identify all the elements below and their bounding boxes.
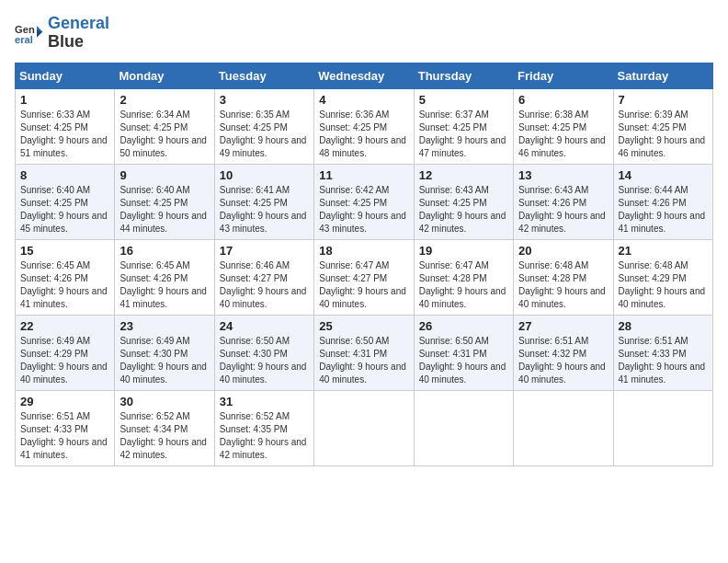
cell-sunrise: Sunrise: 6:45 AM (20, 260, 90, 270)
cell-sunrise: Sunrise: 6:47 AM (419, 260, 489, 270)
cell-daylight: Daylight: 9 hours and 46 minutes. (518, 135, 606, 158)
calendar-cell: 26 Sunrise: 6:50 AM Sunset: 4:31 PM Dayl… (414, 315, 513, 390)
calendar-cell (414, 390, 513, 465)
calendar-cell: 21 Sunrise: 6:48 AM Sunset: 4:29 PM Dayl… (613, 239, 712, 315)
cell-daylight: Daylight: 9 hours and 40 minutes. (220, 362, 307, 385)
cell-daylight: Daylight: 9 hours and 51 minutes. (20, 135, 108, 158)
calendar-cell: 10 Sunrise: 6:41 AM Sunset: 4:25 PM Dayl… (214, 164, 313, 239)
day-number: 6 (518, 93, 608, 107)
calendar-cell: 9 Sunrise: 6:40 AM Sunset: 4:25 PM Dayli… (115, 164, 214, 239)
cell-sunset: Sunset: 4:26 PM (119, 273, 188, 283)
day-number: 24 (220, 319, 309, 333)
calendar-cell: 13 Sunrise: 6:43 AM Sunset: 4:26 PM Dayl… (514, 164, 613, 239)
cell-daylight: Daylight: 9 hours and 41 minutes. (619, 211, 706, 234)
calendar-cell: 31 Sunrise: 6:52 AM Sunset: 4:35 PM Dayl… (214, 390, 313, 465)
cell-sunset: Sunset: 4:26 PM (619, 198, 687, 208)
calendar-week-row: 1 Sunrise: 6:33 AM Sunset: 4:25 PM Dayli… (16, 88, 713, 164)
calendar-body: 1 Sunrise: 6:33 AM Sunset: 4:25 PM Dayli… (16, 88, 713, 465)
cell-sunset: Sunset: 4:34 PM (119, 424, 188, 434)
calendar-cell: 27 Sunrise: 6:51 AM Sunset: 4:32 PM Dayl… (514, 315, 613, 390)
weekday-header-sunday: Sunday (16, 63, 115, 88)
calendar-cell: 16 Sunrise: 6:45 AM Sunset: 4:26 PM Dayl… (115, 239, 214, 315)
cell-daylight: Daylight: 9 hours and 43 minutes. (220, 211, 307, 234)
day-number: 28 (619, 319, 708, 333)
calendar-header-row: SundayMondayTuesdayWednesdayThursdayFrid… (16, 63, 713, 88)
cell-sunset: Sunset: 4:30 PM (119, 349, 188, 359)
calendar-cell: 19 Sunrise: 6:47 AM Sunset: 4:28 PM Dayl… (414, 239, 513, 315)
cell-sunrise: Sunrise: 6:46 AM (220, 260, 290, 270)
day-number: 5 (419, 93, 508, 107)
cell-sunrise: Sunrise: 6:50 AM (419, 336, 489, 346)
cell-sunrise: Sunrise: 6:51 AM (20, 411, 90, 421)
day-number: 21 (619, 244, 708, 258)
day-number: 30 (119, 395, 209, 408)
cell-sunrise: Sunrise: 6:44 AM (619, 185, 688, 195)
cell-daylight: Daylight: 9 hours and 41 minutes. (619, 362, 706, 385)
weekday-header-wednesday: Wednesday (314, 63, 414, 88)
day-number: 29 (20, 395, 109, 408)
cell-sunrise: Sunrise: 6:48 AM (619, 260, 688, 270)
cell-sunset: Sunset: 4:31 PM (419, 349, 487, 359)
cell-daylight: Daylight: 9 hours and 40 minutes. (119, 362, 207, 385)
cell-sunset: Sunset: 4:31 PM (319, 349, 387, 359)
day-number: 12 (419, 168, 508, 182)
cell-sunset: Sunset: 4:33 PM (20, 424, 88, 434)
calendar-cell: 2 Sunrise: 6:34 AM Sunset: 4:25 PM Dayli… (115, 88, 214, 164)
cell-sunrise: Sunrise: 6:39 AM (619, 109, 688, 120)
day-number: 23 (119, 319, 209, 333)
cell-sunrise: Sunrise: 6:37 AM (419, 109, 489, 120)
weekday-header-tuesday: Tuesday (214, 63, 313, 88)
cell-sunset: Sunset: 4:25 PM (419, 122, 487, 132)
cell-sunrise: Sunrise: 6:41 AM (220, 185, 290, 195)
cell-daylight: Daylight: 9 hours and 41 minutes. (20, 286, 108, 309)
cell-sunset: Sunset: 4:25 PM (518, 122, 586, 132)
cell-sunset: Sunset: 4:25 PM (319, 198, 387, 208)
calendar-cell: 28 Sunrise: 6:51 AM Sunset: 4:33 PM Dayl… (613, 315, 712, 390)
day-number: 15 (20, 244, 109, 258)
cell-sunset: Sunset: 4:27 PM (220, 273, 288, 283)
day-number: 26 (419, 319, 508, 333)
day-number: 25 (319, 319, 408, 333)
calendar-cell: 29 Sunrise: 6:51 AM Sunset: 4:33 PM Dayl… (16, 390, 115, 465)
cell-sunrise: Sunrise: 6:43 AM (518, 185, 588, 195)
cell-sunrise: Sunrise: 6:52 AM (119, 411, 189, 421)
cell-daylight: Daylight: 9 hours and 40 minutes. (619, 286, 706, 309)
cell-sunset: Sunset: 4:35 PM (220, 424, 288, 434)
cell-daylight: Daylight: 9 hours and 46 minutes. (619, 135, 706, 158)
cell-daylight: Daylight: 9 hours and 41 minutes. (20, 437, 108, 460)
cell-sunset: Sunset: 4:29 PM (619, 273, 687, 283)
cell-daylight: Daylight: 9 hours and 49 minutes. (220, 135, 307, 158)
cell-sunrise: Sunrise: 6:48 AM (518, 260, 588, 270)
cell-daylight: Daylight: 9 hours and 40 minutes. (20, 362, 108, 385)
cell-sunrise: Sunrise: 6:51 AM (518, 336, 588, 346)
cell-sunset: Sunset: 4:26 PM (518, 198, 586, 208)
cell-daylight: Daylight: 9 hours and 50 minutes. (119, 135, 207, 158)
day-number: 2 (119, 93, 209, 107)
cell-sunset: Sunset: 4:33 PM (619, 349, 687, 359)
cell-sunset: Sunset: 4:25 PM (220, 122, 288, 132)
cell-daylight: Daylight: 9 hours and 45 minutes. (20, 211, 108, 234)
cell-sunset: Sunset: 4:28 PM (518, 273, 586, 283)
calendar-cell: 7 Sunrise: 6:39 AM Sunset: 4:25 PM Dayli… (613, 88, 712, 164)
calendar-cell: 17 Sunrise: 6:46 AM Sunset: 4:27 PM Dayl… (214, 239, 313, 315)
day-number: 7 (619, 93, 708, 107)
cell-sunset: Sunset: 4:32 PM (518, 349, 586, 359)
day-number: 20 (518, 244, 608, 258)
day-number: 4 (319, 93, 408, 107)
cell-sunset: Sunset: 4:25 PM (619, 122, 687, 132)
cell-sunrise: Sunrise: 6:35 AM (220, 109, 290, 120)
calendar-cell: 5 Sunrise: 6:37 AM Sunset: 4:25 PM Dayli… (414, 88, 513, 164)
cell-daylight: Daylight: 9 hours and 40 minutes. (319, 286, 406, 309)
calendar-week-row: 15 Sunrise: 6:45 AM Sunset: 4:26 PM Dayl… (16, 239, 713, 315)
cell-sunrise: Sunrise: 6:43 AM (419, 185, 489, 195)
day-number: 14 (619, 168, 708, 182)
logo: Gen eral GeneralBlue (15, 15, 109, 52)
cell-sunrise: Sunrise: 6:34 AM (119, 109, 189, 120)
calendar-week-row: 8 Sunrise: 6:40 AM Sunset: 4:25 PM Dayli… (16, 164, 713, 239)
cell-sunrise: Sunrise: 6:38 AM (518, 109, 588, 120)
day-number: 17 (220, 244, 309, 258)
cell-sunset: Sunset: 4:25 PM (20, 122, 88, 132)
cell-sunrise: Sunrise: 6:49 AM (119, 336, 189, 346)
calendar-cell: 6 Sunrise: 6:38 AM Sunset: 4:25 PM Dayli… (514, 88, 613, 164)
cell-daylight: Daylight: 9 hours and 40 minutes. (319, 362, 406, 385)
